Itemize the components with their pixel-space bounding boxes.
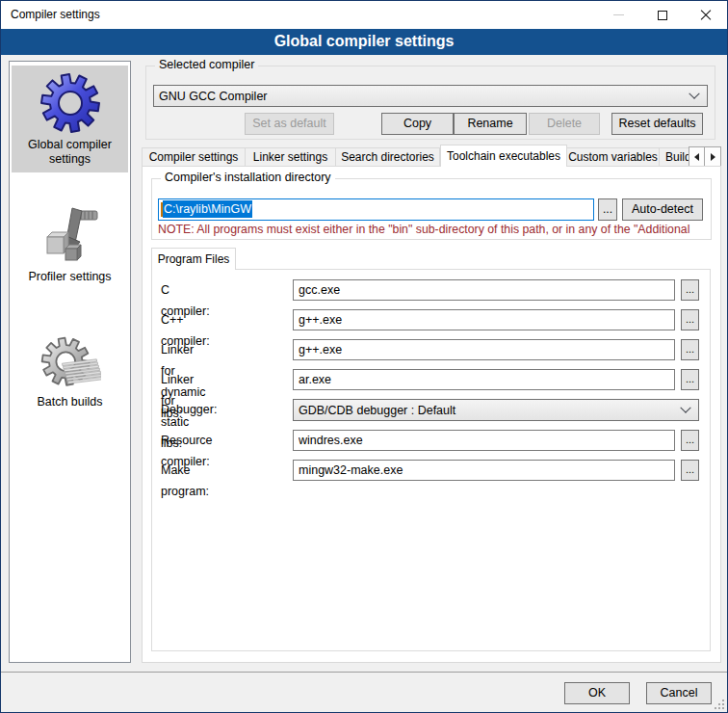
compiler-select-value: GNU GCC Compiler (159, 90, 690, 103)
sidebar-item-label: Profiler settings (13, 270, 126, 284)
linker-static-input[interactable] (293, 369, 675, 390)
chevron-down-icon (680, 402, 690, 412)
tab-search-directories[interactable]: Search directories (336, 147, 440, 167)
tab-scroller (689, 146, 721, 167)
make-program-browse-button[interactable]: ... (681, 460, 699, 481)
sidebar-item-label: Global compiler settings (13, 138, 126, 167)
linker-static-browse-button[interactable]: ... (681, 369, 699, 390)
group-legend: Selected compiler (155, 58, 258, 71)
sidebar-item-label: Batch builds (13, 395, 126, 409)
sidebar-item-profiler-settings[interactable]: Profiler settings (12, 198, 128, 290)
arrow-left-icon (690, 153, 699, 161)
tab-linker-settings[interactable]: Linker settings (246, 147, 336, 167)
compiler-tabs: Compiler settingsLinker settingsSearch d… (142, 145, 689, 167)
maximize-button[interactable] (640, 1, 684, 29)
install-dir-browse-button[interactable]: ... (598, 198, 617, 221)
cpp-compiler-input[interactable] (293, 309, 675, 330)
auto-detect-button[interactable]: Auto-detect (622, 198, 703, 221)
chevron-down-icon (689, 88, 699, 98)
ok-button[interactable]: OK (564, 682, 630, 704)
tab-build-options[interactable]: Build options (660, 147, 689, 167)
compiler-select[interactable]: GNU GCC Compiler (153, 85, 708, 107)
set-as-default-button[interactable]: Set as default (245, 113, 334, 135)
resource-compiler-input[interactable] (293, 430, 675, 451)
c-compiler-input[interactable] (293, 279, 675, 301)
copy-button[interactable]: Copy (381, 113, 454, 135)
note-text: NOTE: All programs must exist either in … (158, 223, 709, 236)
resource-compiler-browse-button[interactable]: ... (681, 430, 699, 451)
window-title: Compiler settings (11, 1, 100, 29)
debugger-select[interactable]: GDB/CDB debugger : Default (293, 399, 699, 421)
gear-blue-icon (39, 72, 101, 134)
cpp-compiler-browse-button[interactable]: ... (681, 309, 699, 330)
close-icon (700, 10, 712, 21)
c-compiler-browse-button[interactable]: ... (681, 279, 699, 301)
arrow-right-icon (711, 153, 719, 161)
linker-dynamic-browse-button[interactable]: ... (681, 339, 699, 360)
field-label-make-program: Make program: (161, 460, 209, 502)
tab-custom-variables[interactable]: Custom variables (567, 147, 660, 167)
cancel-button[interactable]: Cancel (646, 682, 712, 704)
tab-program-files[interactable]: Program Files (151, 248, 236, 270)
close-button[interactable] (684, 1, 727, 29)
install-dir-input[interactable]: C:\raylib\MinGW (158, 198, 594, 221)
make-program-input[interactable] (293, 460, 675, 481)
tab-scroll-left-button[interactable] (689, 146, 705, 167)
reset-defaults-button[interactable]: Reset defaults (611, 113, 703, 135)
tab-compiler-settings[interactable]: Compiler settings (142, 147, 246, 167)
debugger-select-value: GDB/CDB debugger : Default (299, 404, 682, 417)
minimize-button[interactable] (597, 1, 640, 29)
field-label-debugger: Debugger: (161, 399, 217, 420)
linker-dynamic-input[interactable] (293, 339, 675, 360)
settings-category-list: Global compiler settings Profiler settin… (9, 61, 131, 663)
caliper-icon (39, 204, 101, 266)
group-legend: Compiler's installation directory (161, 171, 335, 184)
titlebar: Compiler settings (1, 1, 727, 29)
minimize-icon (613, 14, 624, 15)
sidebar-item-global-compiler-settings[interactable]: Global compiler settings (12, 66, 128, 172)
delete-button[interactable]: Delete (529, 113, 600, 135)
compiler-settings-dialog: Compiler settings Global compiler settin… (0, 0, 728, 713)
resize-grip[interactable] (715, 700, 724, 709)
page-title: Global compiler settings (1, 29, 727, 55)
tab-toolchain-executables[interactable]: Toolchain executables (440, 145, 567, 167)
rename-button[interactable]: Rename (454, 113, 527, 135)
gear-stack-icon (39, 330, 101, 391)
maximize-icon (658, 11, 667, 20)
sidebar-item-batch-builds[interactable]: Batch builds (12, 323, 128, 415)
selected-text: C:\raylib\MinGW (163, 200, 252, 218)
tab-scroll-right-button[interactable] (705, 146, 721, 167)
compiler-buttons-row: Set as default Copy Rename Delete Reset … (145, 113, 715, 135)
footer-divider (1, 672, 728, 673)
